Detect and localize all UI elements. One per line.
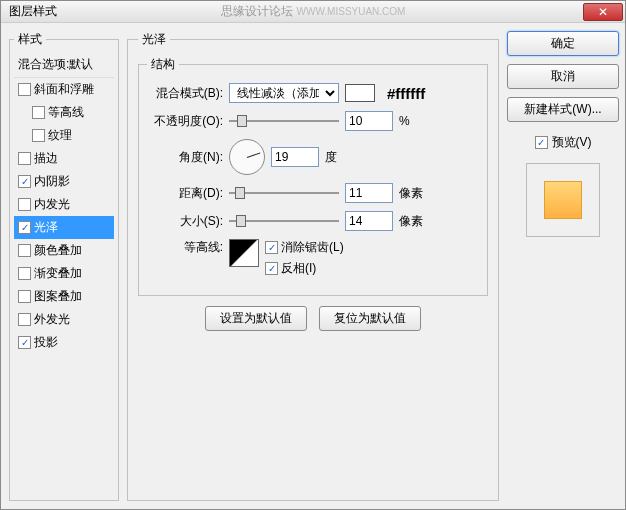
- angle-unit: 度: [325, 149, 337, 166]
- style-checkbox[interactable]: [18, 152, 31, 165]
- styles-panel: 样式 混合选项:默认 斜面和浮雕等高线纹理描边内阴影内发光光泽颜色叠加渐变叠加图…: [9, 31, 119, 501]
- opacity-label: 不透明度(O):: [147, 113, 223, 130]
- style-item[interactable]: 内阴影: [14, 170, 114, 193]
- opacity-unit: %: [399, 114, 410, 128]
- style-item[interactable]: 外发光: [14, 308, 114, 331]
- style-item[interactable]: 内发光: [14, 193, 114, 216]
- distance-slider[interactable]: [229, 186, 339, 200]
- opacity-slider[interactable]: [229, 114, 339, 128]
- style-checkbox[interactable]: [18, 83, 31, 96]
- size-label: 大小(S):: [147, 213, 223, 230]
- invert-checkbox[interactable]: [265, 262, 278, 275]
- style-item[interactable]: 图案叠加: [14, 285, 114, 308]
- cancel-button[interactable]: 取消: [507, 64, 619, 89]
- style-item[interactable]: 纹理: [14, 124, 114, 147]
- style-checkbox[interactable]: [32, 106, 45, 119]
- titlebar: 图层样式 思缘设计论坛WWW.MISSYUAN.COM ✕: [1, 1, 625, 23]
- style-item[interactable]: 斜面和浮雕: [14, 78, 114, 101]
- size-input[interactable]: [345, 211, 393, 231]
- style-label: 颜色叠加: [34, 242, 82, 259]
- angle-label: 角度(N):: [147, 149, 223, 166]
- styles-legend: 样式: [14, 31, 46, 48]
- distance-unit: 像素: [399, 185, 423, 202]
- style-label: 图案叠加: [34, 288, 82, 305]
- style-checkbox[interactable]: [18, 198, 31, 211]
- preview-box: [526, 163, 600, 237]
- invert-label: 反相(I): [281, 260, 316, 277]
- settings-panel: 光泽 结构 混合模式(B): 线性减淡（添加） #ffffff 不透明度(O):…: [127, 31, 499, 501]
- antialias-label: 消除锯齿(L): [281, 239, 344, 256]
- contour-picker[interactable]: [229, 239, 259, 267]
- watermark: 思缘设计论坛WWW.MISSYUAN.COM: [221, 3, 406, 20]
- struct-legend: 结构: [147, 56, 179, 73]
- preview-swatch: [544, 181, 582, 219]
- style-item[interactable]: 渐变叠加: [14, 262, 114, 285]
- blend-options-header[interactable]: 混合选项:默认: [14, 52, 114, 78]
- style-checkbox[interactable]: [18, 336, 31, 349]
- style-item[interactable]: 描边: [14, 147, 114, 170]
- style-label: 光泽: [34, 219, 58, 236]
- style-checkbox[interactable]: [32, 129, 45, 142]
- style-checkbox[interactable]: [18, 267, 31, 280]
- size-unit: 像素: [399, 213, 423, 230]
- style-item[interactable]: 等高线: [14, 101, 114, 124]
- style-checkbox[interactable]: [18, 290, 31, 303]
- style-label: 纹理: [48, 127, 72, 144]
- style-item[interactable]: 光泽: [14, 216, 114, 239]
- preview-label: 预览(V): [552, 134, 592, 151]
- style-label: 外发光: [34, 311, 70, 328]
- antialias-checkbox[interactable]: [265, 241, 278, 254]
- style-label: 内阴影: [34, 173, 70, 190]
- satin-legend: 光泽: [138, 31, 170, 48]
- angle-input[interactable]: [271, 147, 319, 167]
- reset-default-button[interactable]: 复位为默认值: [319, 306, 421, 331]
- style-checkbox[interactable]: [18, 221, 31, 234]
- action-panel: 确定 取消 新建样式(W)... 预览(V): [507, 31, 619, 501]
- window-title: 图层样式: [9, 3, 57, 20]
- style-item[interactable]: 颜色叠加: [14, 239, 114, 262]
- style-label: 等高线: [48, 104, 84, 121]
- style-label: 渐变叠加: [34, 265, 82, 282]
- size-slider[interactable]: [229, 214, 339, 228]
- opacity-input[interactable]: [345, 111, 393, 131]
- style-label: 斜面和浮雕: [34, 81, 94, 98]
- angle-dial[interactable]: [229, 139, 265, 175]
- close-icon: ✕: [598, 5, 608, 19]
- make-default-button[interactable]: 设置为默认值: [205, 306, 307, 331]
- style-checkbox[interactable]: [18, 175, 31, 188]
- contour-label: 等高线:: [147, 239, 223, 256]
- style-checkbox[interactable]: [18, 313, 31, 326]
- color-swatch[interactable]: [345, 84, 375, 102]
- blend-mode-select[interactable]: 线性减淡（添加）: [229, 83, 339, 103]
- distance-label: 距离(D):: [147, 185, 223, 202]
- ok-button[interactable]: 确定: [507, 31, 619, 56]
- blend-mode-label: 混合模式(B):: [147, 85, 223, 102]
- style-label: 描边: [34, 150, 58, 167]
- style-item[interactable]: 投影: [14, 331, 114, 354]
- distance-input[interactable]: [345, 183, 393, 203]
- dialog-body: 样式 混合选项:默认 斜面和浮雕等高线纹理描边内阴影内发光光泽颜色叠加渐变叠加图…: [1, 23, 625, 509]
- style-checkbox[interactable]: [18, 244, 31, 257]
- layer-style-dialog: 图层样式 思缘设计论坛WWW.MISSYUAN.COM ✕ 样式 混合选项:默认…: [0, 0, 626, 510]
- color-hex: #ffffff: [387, 85, 425, 102]
- new-style-button[interactable]: 新建样式(W)...: [507, 97, 619, 122]
- preview-checkbox[interactable]: [535, 136, 548, 149]
- style-label: 投影: [34, 334, 58, 351]
- close-button[interactable]: ✕: [583, 3, 623, 21]
- style-label: 内发光: [34, 196, 70, 213]
